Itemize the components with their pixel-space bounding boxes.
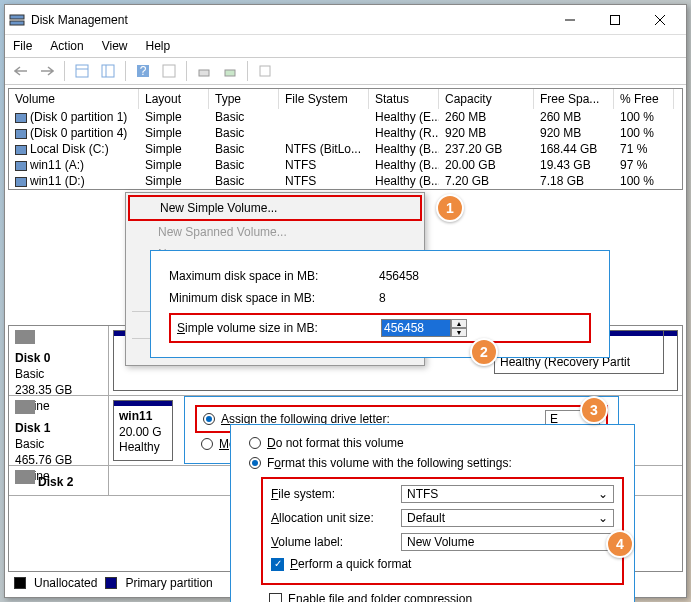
toolbar-icon[interactable] (192, 60, 216, 82)
col-capacity[interactable]: Capacity (439, 89, 534, 109)
compression-checkbox[interactable] (269, 593, 282, 603)
format-panel: Do not format this volume Format this vo… (230, 424, 635, 602)
volume-size-panel: Maximum disk space in MB: 456458 Minimum… (150, 250, 610, 358)
legend-swatch-primary (105, 577, 117, 589)
volume-row[interactable]: Local Disk (C:)SimpleBasicNTFS (BitLo...… (9, 141, 682, 157)
col-type[interactable]: Type (209, 89, 279, 109)
allocation-label: Allocation unit size: (271, 511, 401, 525)
col-volume[interactable]: Volume (9, 89, 139, 109)
titlebar[interactable]: Disk Management (5, 5, 686, 35)
menu-file[interactable]: File (13, 39, 32, 53)
format-label: Format this volume with the following se… (267, 456, 512, 470)
svg-rect-8 (102, 65, 114, 77)
svg-rect-13 (199, 70, 209, 76)
disk-name: Disk 2 (38, 475, 73, 489)
svg-rect-0 (10, 15, 24, 19)
size-spinner[interactable]: ▲▼ (451, 319, 467, 337)
svg-rect-12 (163, 65, 175, 77)
max-space-label: Maximum disk space in MB: (169, 269, 379, 283)
toolbar-icon[interactable] (218, 60, 242, 82)
chevron-down-icon: ⌄ (598, 511, 608, 525)
legend-swatch-unallocated (14, 577, 26, 589)
col-free[interactable]: Free Spa... (534, 89, 614, 109)
disk-name: Disk 0 (15, 351, 50, 365)
volumelabel-input[interactable]: New Volume (401, 533, 614, 551)
disk-icon (15, 400, 35, 414)
svg-rect-6 (76, 65, 88, 77)
volume-row[interactable]: (Disk 0 partition 1)SimpleBasicHealthy (… (9, 109, 682, 125)
legend-label: Primary partition (125, 576, 212, 590)
partition[interactable]: win11 20.00 G Healthy (113, 400, 173, 461)
noformat-radio[interactable] (249, 437, 261, 449)
spin-down-icon[interactable]: ▼ (451, 328, 467, 337)
toolbar-icon[interactable] (157, 60, 181, 82)
annotation-badge-1: 1 (436, 194, 464, 222)
menu-view[interactable]: View (102, 39, 128, 53)
compression-label: Enable file and folder compression (288, 592, 472, 602)
volume-list[interactable]: Volume Layout Type File System Status Ca… (8, 88, 683, 190)
disk-header: Disk 2 (9, 466, 109, 495)
volumelabel-label: Volume label: (271, 535, 401, 549)
col-status[interactable]: Status (369, 89, 439, 109)
minimize-button[interactable] (547, 5, 592, 34)
col-pctfree[interactable]: % Free (614, 89, 674, 109)
help-icon[interactable]: ? (131, 60, 155, 82)
col-filesystem[interactable]: File System (279, 89, 369, 109)
legend-label: Unallocated (34, 576, 97, 590)
col-layout[interactable]: Layout (139, 89, 209, 109)
window-title: Disk Management (31, 13, 547, 27)
volume-row[interactable]: win11 (D:)SimpleBasicNTFSHealthy (B...7.… (9, 173, 682, 189)
size-label: Simple volume size in MB: (177, 321, 381, 335)
back-button[interactable] (9, 60, 33, 82)
menu-new-simple-volume[interactable]: New Simple Volume... (128, 195, 422, 221)
annotation-badge-2: 2 (470, 338, 498, 366)
toolbar-icon[interactable] (96, 60, 120, 82)
size-input[interactable]: 456458 (381, 319, 451, 337)
svg-rect-3 (610, 15, 619, 24)
menu-help[interactable]: Help (146, 39, 171, 53)
annotation-badge-4: 4 (606, 530, 634, 558)
disk-icon (15, 470, 35, 484)
mount-radio[interactable] (201, 438, 213, 450)
forward-button[interactable] (35, 60, 59, 82)
quickformat-label: Perform a quick format (290, 557, 411, 571)
svg-rect-15 (260, 66, 270, 76)
spin-up-icon[interactable]: ▲ (451, 319, 467, 328)
svg-rect-1 (10, 21, 24, 25)
volume-row[interactable]: win11 (A:)SimpleBasicNTFSHealthy (B...20… (9, 157, 682, 173)
toolbar-icon[interactable] (70, 60, 94, 82)
assign-radio[interactable] (203, 413, 215, 425)
filesystem-select[interactable]: NTFS⌄ (401, 485, 614, 503)
min-space-label: Minimum disk space in MB: (169, 291, 379, 305)
format-highlight-box: File system: NTFS⌄ Allocation unit size:… (261, 477, 624, 585)
svg-rect-14 (225, 70, 235, 76)
menu-action[interactable]: Action (50, 39, 83, 53)
disk-name: Disk 1 (15, 421, 50, 435)
min-space-value: 8 (379, 291, 469, 305)
quickformat-checkbox[interactable] (271, 558, 284, 571)
format-radio[interactable] (249, 457, 261, 469)
max-space-value: 456458 (379, 269, 469, 283)
annotation-badge-3: 3 (580, 396, 608, 424)
menubar: File Action View Help (5, 35, 686, 57)
chevron-down-icon: ⌄ (598, 487, 608, 501)
menu-new-spanned-volume: New Spanned Volume... (128, 221, 422, 243)
filesystem-label: File system: (271, 487, 401, 501)
toolbar-icon[interactable] (253, 60, 277, 82)
svg-text:?: ? (140, 64, 147, 78)
size-highlight-box: Simple volume size in MB: 456458 ▲▼ (169, 313, 591, 343)
disk-header: Disk 0 Basic 238.35 GB Online (9, 326, 109, 395)
app-icon (9, 12, 25, 28)
allocation-select[interactable]: Default⌄ (401, 509, 614, 527)
volume-list-header: Volume Layout Type File System Status Ca… (9, 89, 682, 109)
volume-row[interactable]: (Disk 0 partition 4)SimpleBasicHealthy (… (9, 125, 682, 141)
noformat-label: Do not format this volume (267, 436, 404, 450)
maximize-button[interactable] (592, 5, 637, 34)
toolbar: ? (5, 57, 686, 85)
disk-header: Disk 1 Basic 465.76 GB Online (9, 396, 109, 465)
disk-icon (15, 330, 35, 344)
close-button[interactable] (637, 5, 682, 34)
